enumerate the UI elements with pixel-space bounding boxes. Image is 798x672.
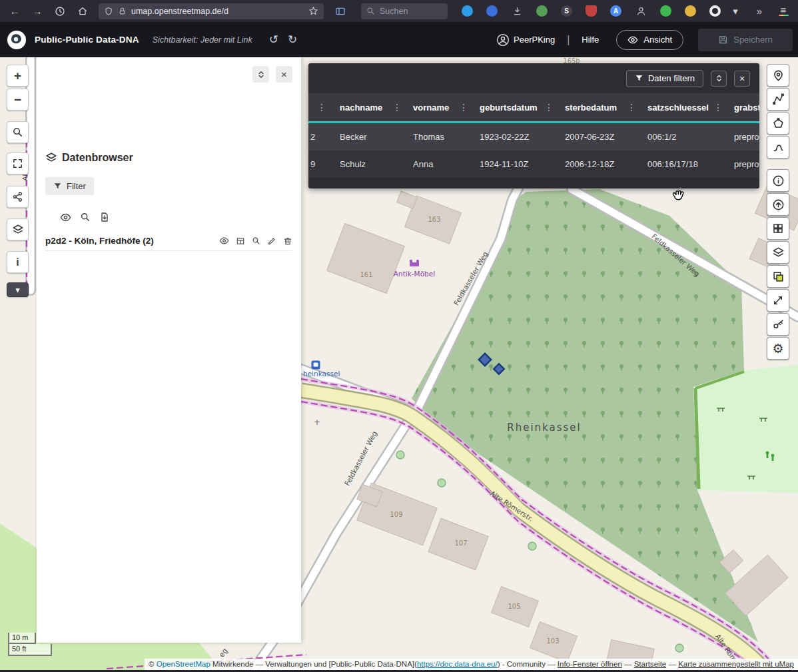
- ext-bluesky-icon[interactable]: [462, 5, 473, 17]
- save-button-label: Speichern: [733, 35, 773, 45]
- panel-expand-button[interactable]: [252, 66, 269, 83]
- ext-keepassxc-icon[interactable]: [536, 5, 548, 17]
- map-title[interactable]: Public-Public Data-DNA: [35, 35, 139, 45]
- table-filter-button[interactable]: Daten filtern: [626, 70, 703, 87]
- search-icon: [366, 7, 375, 15]
- caption-button[interactable]: i: [7, 251, 29, 273]
- datalayer-row[interactable]: p2d2 - Köln, Friedhöfe (2): [45, 231, 292, 251]
- zoom-out-button[interactable]: −: [7, 89, 29, 111]
- column-menu-button[interactable]: ⋮: [543, 102, 555, 113]
- account-button[interactable]: [635, 3, 647, 20]
- diagonal-arrows-icon: [772, 294, 784, 306]
- close-icon: ×: [739, 73, 745, 84]
- zoom-to-data-button[interactable]: [80, 212, 91, 223]
- layers-icon: [12, 224, 24, 236]
- column-menu-button[interactable]: ⋮: [712, 102, 724, 113]
- extensions-chevron-button[interactable]: ▾: [727, 3, 743, 20]
- table-cell: Schulz: [333, 151, 406, 178]
- home-icon: [77, 6, 88, 17]
- table-close-button[interactable]: ×: [734, 71, 750, 87]
- save-button[interactable]: Speichern: [698, 29, 793, 51]
- about-button[interactable]: [767, 169, 789, 192]
- share-button[interactable]: [7, 186, 29, 208]
- column-menu-button[interactable]: ⋮: [391, 102, 403, 113]
- column-menu-button[interactable]: ⋮: [316, 102, 328, 113]
- marker-icon: [772, 69, 785, 82]
- caret-down-icon: ▾: [16, 286, 20, 294]
- view-button[interactable]: Ansicht: [616, 30, 683, 50]
- ext-translate-icon[interactable]: A: [610, 5, 621, 17]
- ext-github-icon[interactable]: [709, 5, 721, 17]
- layer-visibility-button[interactable]: [219, 236, 229, 246]
- help-link[interactable]: Hilfe: [582, 35, 599, 45]
- panel-close-button[interactable]: ×: [276, 66, 292, 83]
- app-menu-button[interactable]: ≡: [775, 3, 791, 20]
- eye-icon: [219, 236, 229, 246]
- umap-link[interactable]: Karte zusammengestellt mit uMap: [678, 660, 794, 668]
- undo-button[interactable]: ↺: [269, 33, 278, 47]
- address-bar[interactable]: umap.openstreetmap.de/d: [99, 3, 324, 19]
- table-icon: [236, 236, 245, 246]
- map-attribution: © OpenStreetMap Mitwirkende — Verwaltung…: [145, 659, 798, 670]
- layer-zoom-button[interactable]: [252, 236, 260, 245]
- filter-button[interactable]: Filter: [45, 177, 94, 195]
- permissions-button[interactable]: [767, 313, 789, 336]
- caption-link[interactable]: Info-Fenster öffnen: [558, 660, 622, 668]
- browser-search-bar[interactable]: Suchen: [361, 3, 448, 19]
- draw-polyline-button[interactable]: [767, 88, 789, 111]
- search-icon: [12, 127, 23, 138]
- ext-ublock-icon[interactable]: [586, 5, 597, 17]
- ext-yellow-icon[interactable]: [685, 5, 696, 17]
- user-avatar-icon[interactable]: [496, 33, 510, 47]
- redo-button[interactable]: ↻: [288, 33, 297, 47]
- import-data-button[interactable]: [767, 193, 789, 216]
- table-row[interactable]: 9 Schulz Anna 1924-11-10Z 2006-12-18Z 00…: [308, 151, 759, 178]
- column-label: vorname: [413, 103, 449, 113]
- center-map-button[interactable]: [767, 289, 789, 312]
- polygon-icon: [772, 117, 785, 130]
- fullscreen-button[interactable]: [7, 153, 29, 174]
- layer-edit-button[interactable]: [267, 236, 276, 246]
- browse-data-button[interactable]: [767, 217, 789, 240]
- overflow-menu-button[interactable]: »: [751, 3, 767, 20]
- table-row[interactable]: 2 Becker Thomas 1923-02-22Z 2007-06-23Z …: [308, 123, 759, 151]
- layers-icon: [45, 152, 57, 164]
- sidebar-toggle-button[interactable]: [332, 3, 349, 19]
- home-button[interactable]: [73, 3, 92, 20]
- ext-containers-icon[interactable]: [486, 5, 498, 17]
- zoom-in-button[interactable]: +: [7, 65, 29, 87]
- back-icon: ←: [10, 5, 20, 17]
- draw-curve-button[interactable]: [767, 136, 789, 159]
- layer-table-button[interactable]: [236, 236, 245, 246]
- ext-shortcuts-icon[interactable]: S: [561, 5, 572, 17]
- home-link[interactable]: Startseite: [634, 660, 667, 668]
- username[interactable]: PeerPKing: [514, 35, 555, 45]
- back-button[interactable]: ←: [5, 3, 24, 20]
- column-menu-button[interactable]: ⋮: [458, 102, 470, 113]
- housenumber: 163: [428, 216, 440, 223]
- more-controls-button[interactable]: ▾: [7, 282, 29, 297]
- layers-button[interactable]: [7, 218, 29, 240]
- bus-stop-label: heinkassel: [303, 370, 340, 378]
- table-expand-button[interactable]: [711, 71, 727, 87]
- manage-layers-button[interactable]: [767, 241, 789, 264]
- column-header: vorname⋮: [406, 93, 473, 121]
- map-search-button[interactable]: [7, 121, 29, 143]
- forward-button[interactable]: →: [28, 3, 47, 20]
- layer-delete-button[interactable]: [283, 236, 292, 246]
- draw-marker-button[interactable]: [767, 64, 789, 87]
- toggle-all-visibility-button[interactable]: [60, 212, 71, 223]
- download-data-button[interactable]: [99, 212, 110, 223]
- change-tilelayer-button[interactable]: [767, 265, 789, 288]
- draw-polygon-button[interactable]: [767, 112, 789, 135]
- share-icon: [12, 191, 23, 202]
- table-cell: 2007-06-23Z: [558, 123, 641, 151]
- column-menu-button[interactable]: ⋮: [625, 102, 637, 113]
- table-cell: 1924-11-10Z: [473, 151, 558, 178]
- doc-link[interactable]: https://doc.data-dna.eu/: [417, 660, 498, 668]
- settings-button[interactable]: ⚙: [767, 337, 789, 360]
- history-button[interactable]: [51, 3, 69, 20]
- osm-link[interactable]: OpenStreetMap: [157, 660, 210, 668]
- downloads-button[interactable]: [511, 3, 523, 20]
- ext-green-icon[interactable]: [660, 5, 671, 17]
